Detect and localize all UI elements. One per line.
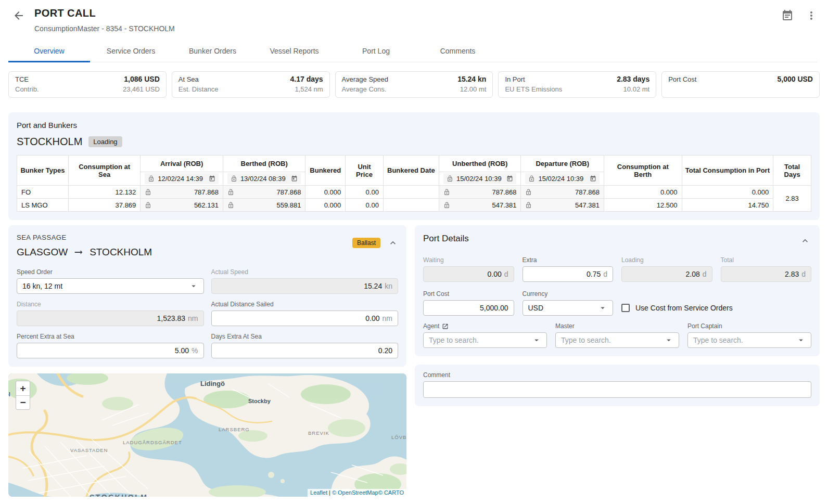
zoom-out-button[interactable]: − <box>16 395 30 409</box>
kpi-sub-value: 12.00 mt <box>460 84 487 94</box>
lock-open-icon[interactable] <box>525 202 532 209</box>
agent-search-select[interactable] <box>423 332 547 348</box>
col-bunker-types: Bunker Types <box>17 156 69 186</box>
tab-overview[interactable]: Overview <box>8 41 90 62</box>
bunkered-date[interactable] <box>383 186 439 199</box>
actual-distance-sailed-field: Actual Distance Sailed 0.00 nm <box>211 301 399 326</box>
currency-select[interactable]: USD <box>523 300 614 316</box>
agent-label: Agent <box>423 322 439 330</box>
comment-input[interactable] <box>423 381 811 398</box>
percent-extra-at-sea-input[interactable]: 5.00 % <box>17 343 204 358</box>
actual-distance-sailed-input[interactable]: 0.00 nm <box>211 311 399 326</box>
arrival-datetime-picker[interactable]: 12/02/24 14:39 <box>145 173 219 184</box>
kpi-sub-label: Est. Distance <box>179 84 219 94</box>
map-label-larsberg: LARSBERG <box>219 427 250 432</box>
lock-open-icon[interactable] <box>145 189 151 196</box>
berthed-rob[interactable]: 787.868 <box>236 188 301 196</box>
field-value: 1,523.83 <box>157 314 186 322</box>
use-cost-from-service-orders[interactable]: Use Cost from Service Orders <box>621 304 811 312</box>
departure-datetime-picker[interactable]: 15/02/24 10:39 <box>525 173 600 184</box>
unit-price[interactable]: 0.00 <box>346 199 384 212</box>
port-captain-search-select[interactable] <box>687 332 811 348</box>
consumption-at-berth[interactable]: 0.000 <box>604 186 682 199</box>
bunkers-table: Bunker Types Consumption at Sea Arrival … <box>17 155 811 212</box>
berthed-rob[interactable]: 559.881 <box>236 201 301 209</box>
bunkered-date[interactable] <box>383 199 439 212</box>
extra-field: Extra 0.75 d <box>523 256 614 282</box>
consumption-at-sea[interactable]: 12.132 <box>68 186 140 199</box>
kpi-card-in-port: In Port2.83 days EU ETS Emissions10.02 m… <box>498 71 656 98</box>
port-cost-input[interactable]: 5,000.00 <box>423 300 514 316</box>
kpi-value: 1,086 USD <box>124 74 159 84</box>
speed-order-select[interactable]: 16 kn, 12 mt <box>17 278 204 294</box>
port-captain-search-input[interactable] <box>693 336 796 344</box>
tab-comments[interactable]: Comments <box>417 41 499 62</box>
sea-passage-label: SEA PASSAGE <box>17 234 398 241</box>
departure-rob[interactable]: 547.381 <box>534 201 600 209</box>
arrival-rob[interactable]: 562.131 <box>154 201 219 209</box>
zoom-in-button[interactable]: + <box>16 381 30 395</box>
days-extra-at-sea-field: Days Extra At Sea 0.20 <box>211 333 399 358</box>
field-label: Actual Speed <box>211 268 399 276</box>
lock-open-icon[interactable] <box>227 189 234 196</box>
calendar-icon[interactable] <box>590 175 596 182</box>
bunkered[interactable]: 0.000 <box>305 199 346 212</box>
departure-rob[interactable]: 787.868 <box>534 188 600 196</box>
route-from: GLASGOW <box>17 247 68 258</box>
table-header-row: Bunker Types Consumption at Sea Arrival … <box>17 156 811 172</box>
osm-link[interactable]: © OpenStreetMap <box>332 489 378 496</box>
master-search-input[interactable] <box>561 336 664 344</box>
collapse-chevron-icon[interactable] <box>800 236 810 246</box>
arrival-rob[interactable]: 787.868 <box>154 188 219 196</box>
kpi-value: 2.83 days <box>617 74 649 84</box>
berthed-datetime-picker[interactable]: 13/02/24 08:39 <box>227 173 301 184</box>
unberthed-rob[interactable]: 547.381 <box>452 201 517 209</box>
collapse-chevron-icon[interactable] <box>388 238 398 248</box>
lock-open-icon[interactable] <box>443 189 450 196</box>
kpi-label: TCE <box>15 74 29 84</box>
carto-link[interactable]: © CARTO <box>378 489 404 496</box>
extra-input[interactable]: 0.75 d <box>523 266 614 282</box>
back-button[interactable] <box>12 9 25 22</box>
route-map[interactable]: Lidingö Stockby LARSBERG BREVIK LÖVBER L… <box>8 373 406 497</box>
total-field: Total 2.83 d <box>721 256 812 282</box>
calendar-icon[interactable] <box>291 175 298 182</box>
tab-port-log[interactable]: Port Log <box>335 41 417 62</box>
consumption-at-sea[interactable]: 37.869 <box>68 199 140 212</box>
bunker-type: FO <box>17 186 69 199</box>
field-label: Loading <box>621 256 712 264</box>
agent-search-input[interactable] <box>429 336 532 344</box>
field-unit: d <box>504 270 508 278</box>
calendar-icon[interactable] <box>506 175 513 182</box>
field-label: Waiting <box>423 256 514 264</box>
col-arrival-rob: Arrival (ROB) <box>141 156 223 172</box>
unit-price[interactable]: 0.00 <box>346 186 384 199</box>
lock-open-icon[interactable] <box>227 202 234 209</box>
chevron-down-icon <box>664 335 673 345</box>
agent-field: Agent <box>423 322 547 348</box>
port-captain-field: Port Captain <box>687 322 811 348</box>
tab-vessel-reports[interactable]: Vessel Reports <box>253 41 335 62</box>
bunkered[interactable]: 0.000 <box>305 186 346 199</box>
calendar-icon[interactable] <box>209 175 215 182</box>
open-in-new-icon[interactable] <box>442 323 449 330</box>
checkbox-unchecked[interactable] <box>621 304 630 312</box>
lock-open-icon[interactable] <box>145 202 151 209</box>
unberthed-rob[interactable]: 787.868 <box>452 188 517 196</box>
leaflet-link[interactable]: Leaflet <box>310 489 327 496</box>
master-search-select[interactable] <box>555 332 679 348</box>
tab-bunker-orders[interactable]: Bunker Orders <box>172 41 253 62</box>
lock-open-icon[interactable] <box>525 189 532 196</box>
waiting-field: Waiting 0.00 d <box>423 256 514 282</box>
consumption-at-berth[interactable]: 12.500 <box>604 199 682 212</box>
field-value: 0.20 <box>378 346 392 355</box>
field-label: Port Captain <box>687 322 811 330</box>
days-extra-at-sea-input[interactable]: 0.20 <box>211 343 399 358</box>
calendar-button[interactable] <box>781 9 794 22</box>
lock-open-icon[interactable] <box>443 202 450 209</box>
more-options-button[interactable] <box>805 9 818 22</box>
kpi-label: At Sea <box>179 74 199 84</box>
unberthed-datetime-picker[interactable]: 15/02/24 10:39 <box>443 173 517 184</box>
tab-service-orders[interactable]: Service Orders <box>90 41 172 62</box>
app-header: PORT CALL ConsumptionMaster - 8354 - STO… <box>0 0 828 62</box>
